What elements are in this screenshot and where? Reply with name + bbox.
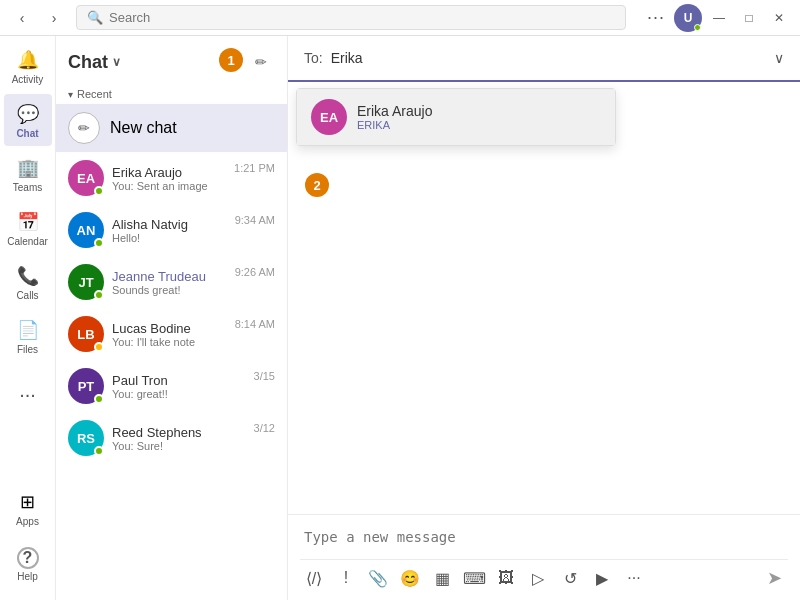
compose-icon: ✏ [255, 54, 267, 70]
status-dot-jeanne [94, 290, 104, 300]
chat-time-erika: 1:21 PM [234, 162, 275, 174]
suggestion-dropdown: EA 2 Erika Araujo ERIKA [296, 88, 616, 146]
sidebar-item-label-apps: Apps [16, 516, 39, 527]
suggestion-avatar: EA [311, 99, 347, 135]
close-button[interactable]: ✕ [766, 5, 792, 31]
sidebar-item-label-calls: Calls [16, 290, 38, 301]
sidebar-item-teams[interactable]: 🏢 Teams [4, 148, 52, 200]
loop-icon[interactable]: ▦ [428, 564, 456, 592]
to-chevron-button[interactable]: ∨ [774, 50, 784, 66]
to-label: To: [304, 50, 323, 66]
image-icon[interactable]: 🖼 [492, 564, 520, 592]
chat-info-lucas: Lucas Bodine You: I'll take note [112, 321, 231, 348]
status-dot-lucas [94, 342, 104, 352]
chat-info-alisha: Alisha Natvig Hello! [112, 217, 231, 244]
chat-list-header: Chat ∨ 1 ✏ [56, 36, 287, 84]
chat-time-alisha: 9:34 AM [235, 214, 275, 226]
more-options-button[interactable]: ··· [642, 4, 670, 32]
send-button[interactable]: ➤ [760, 564, 788, 592]
titlebar: ‹ › 🔍 ··· U — □ ✕ [0, 0, 800, 36]
chat-name-jeanne: Jeanne Trudeau [112, 269, 231, 284]
sidebar-item-calls[interactable]: 📞 Calls [4, 256, 52, 308]
chat-avatar-jeanne: JT [68, 264, 104, 300]
calendar-icon: 📅 [16, 210, 40, 234]
maximize-button[interactable]: □ [736, 5, 762, 31]
suggestion-info: Erika Araujo ERIKA [357, 103, 432, 131]
chat-list-panel: Chat ∨ 1 ✏ ▾ Recent ✏ New chat EA [56, 36, 288, 600]
emoji-icon[interactable]: 😊 [396, 564, 424, 592]
message-area [288, 82, 800, 514]
more-icon: ··· [16, 382, 40, 406]
sidebar-item-label-help: Help [17, 571, 38, 582]
sidebar-item-label-files: Files [17, 344, 38, 355]
chat-item-lucas[interactable]: LB Lucas Bodine You: I'll take note 8:14… [56, 308, 287, 360]
to-input[interactable] [331, 50, 774, 66]
status-dot-alisha [94, 238, 104, 248]
reaction-icon[interactable]: ↺ [556, 564, 584, 592]
sidebar-item-calendar[interactable]: 📅 Calendar [4, 202, 52, 254]
priority-icon[interactable]: ! [332, 564, 360, 592]
chat-preview-erika: You: Sent an image [112, 180, 230, 192]
chat-item-erika[interactable]: EA Erika Araujo You: Sent an image 1:21 … [56, 152, 287, 204]
new-chat-row[interactable]: ✏ New chat [56, 104, 287, 152]
files-icon: 📄 [16, 318, 40, 342]
sidebar-item-activity[interactable]: 🔔 Activity [4, 40, 52, 92]
chat-avatar-alisha: AN [68, 212, 104, 248]
sidebar-item-chat[interactable]: 💬 Chat [4, 94, 52, 146]
apps-icon: ⊞ [16, 490, 40, 514]
chat-name-paul: Paul Tron [112, 373, 250, 388]
search-input[interactable] [109, 10, 615, 25]
attach-icon[interactable]: 📎 [364, 564, 392, 592]
sidebar-item-files[interactable]: 📄 Files [4, 310, 52, 362]
main-layout: 🔔 Activity 💬 Chat 🏢 Teams 📅 Calendar 📞 C… [0, 36, 800, 600]
chat-title-chevron[interactable]: ∨ [112, 55, 121, 69]
chat-item-paul[interactable]: PT Paul Tron You: great!! 3/15 [56, 360, 287, 412]
chat-preview-jeanne: Sounds great! [112, 284, 231, 296]
sidebar-item-label-teams: Teams [13, 182, 42, 193]
header-actions: 1 ✏ [219, 48, 275, 76]
video-icon[interactable]: ▶ [588, 564, 616, 592]
more-toolbar-icon[interactable]: ··· [620, 564, 648, 592]
chat-name-reed: Reed Stephens [112, 425, 250, 440]
sidebar-item-help[interactable]: ? Help [4, 538, 52, 590]
calls-icon: 📞 [16, 264, 40, 288]
forward-button[interactable]: › [40, 4, 68, 32]
message-input[interactable] [300, 523, 788, 551]
chat-time-paul: 3/15 [254, 370, 275, 382]
chat-title-text: Chat [68, 52, 108, 73]
activity-icon: 🔔 [16, 48, 40, 72]
chat-info-jeanne: Jeanne Trudeau Sounds great! [112, 269, 231, 296]
main-content: To: ∨ EA 2 Erika Araujo ERIKA ⟨/⟩ ! [288, 36, 800, 600]
chat-list: EA Erika Araujo You: Sent an image 1:21 … [56, 152, 287, 464]
chat-preview-paul: You: great!! [112, 388, 250, 400]
schedule-icon[interactable]: ▷ [524, 564, 552, 592]
sidebar-item-more[interactable]: ··· [4, 368, 52, 420]
chat-time-jeanne: 9:26 AM [235, 266, 275, 278]
chat-item-jeanne[interactable]: JT Jeanne Trudeau Sounds great! 9:26 AM [56, 256, 287, 308]
recent-label-text: Recent [77, 88, 112, 100]
avatar[interactable]: U [674, 4, 702, 32]
suggestion-email: ERIKA [357, 119, 432, 131]
search-bar[interactable]: 🔍 [76, 5, 626, 30]
chat-avatar-reed: RS [68, 420, 104, 456]
sidebar-item-label-chat: Chat [16, 128, 38, 139]
message-input-area: ⟨/⟩ ! 📎 😊 ▦ ⌨ 🖼 ▷ ↺ ▶ ··· ➤ [288, 514, 800, 600]
chat-name-lucas: Lucas Bodine [112, 321, 231, 336]
step-badge-1: 1 [219, 48, 243, 72]
compose-button[interactable]: ✏ [247, 48, 275, 76]
chat-item-alisha[interactable]: AN Alisha Natvig Hello! 9:34 AM [56, 204, 287, 256]
chat-info-erika: Erika Araujo You: Sent an image [112, 165, 230, 192]
suggestion-name: Erika Araujo [357, 103, 432, 119]
chat-icon: 💬 [16, 102, 40, 126]
sidebar-bottom: ⊞ Apps ? Help [4, 482, 52, 592]
chat-item-reed[interactable]: RS Reed Stephens You: Sure! 3/12 [56, 412, 287, 464]
to-field: To: ∨ [288, 36, 800, 82]
keyboard-icon[interactable]: ⌨ [460, 564, 488, 592]
titlebar-right: ··· U — □ ✕ [642, 4, 792, 32]
suggestion-item[interactable]: EA 2 Erika Araujo ERIKA [297, 89, 615, 145]
format-icon[interactable]: ⟨/⟩ [300, 564, 328, 592]
back-button[interactable]: ‹ [8, 4, 36, 32]
sidebar-item-apps[interactable]: ⊞ Apps [4, 482, 52, 534]
minimize-button[interactable]: — [706, 5, 732, 31]
online-status-dot [694, 24, 701, 31]
